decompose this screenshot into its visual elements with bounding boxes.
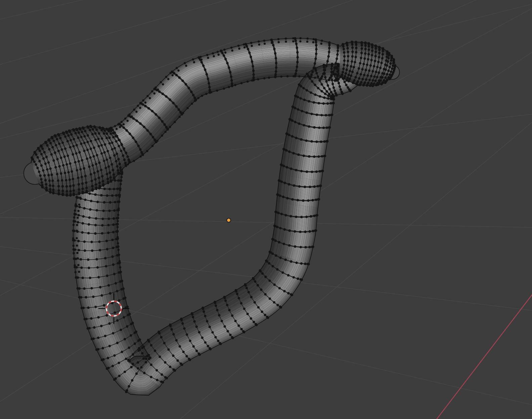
vertex-dot (317, 76, 319, 78)
vertex-dot (120, 183, 122, 185)
vertex-dot (69, 185, 72, 187)
vertex-dot (127, 120, 129, 122)
vertex-dot (116, 290, 118, 292)
vertex-dot (61, 190, 64, 192)
vertex-dot (277, 38, 279, 40)
vertex-dot (61, 185, 64, 187)
vertex-dot (139, 148, 141, 151)
vertex-dot (319, 185, 322, 187)
vertex-dot (197, 97, 199, 99)
vertex-dot (358, 77, 360, 80)
vertex-dot (133, 160, 135, 162)
vertex-dot (93, 147, 95, 149)
vertex-dot (120, 169, 122, 171)
vertex-dot (184, 62, 186, 64)
vertex-dot (368, 69, 370, 72)
vertex-dot (382, 53, 384, 55)
vertex-dot (176, 359, 179, 362)
vertex-dot (296, 51, 299, 53)
vertex-dot (78, 296, 81, 298)
vertex-dot (343, 55, 346, 57)
vertex-dot (328, 47, 330, 49)
vertex-dot (72, 145, 75, 147)
vertex-dot (89, 129, 91, 131)
vertex-dot (130, 366, 133, 368)
vertex-dot (96, 209, 98, 212)
vertex-dot (108, 142, 111, 144)
vertex-dot (275, 70, 277, 73)
vertex-dot (81, 231, 84, 234)
vertex-dot (117, 220, 119, 222)
vertex-dot (110, 179, 112, 182)
vertex-dot (295, 169, 297, 171)
vertex-dot (362, 63, 365, 65)
vertex-dot (165, 76, 167, 78)
vertex-dot (316, 214, 318, 216)
vertex-dot (125, 152, 127, 154)
vertex-dot (351, 41, 353, 43)
vertex-dot (132, 363, 134, 365)
vertex-dot (101, 137, 103, 140)
vertex-dot (257, 78, 259, 80)
vertex-dot (285, 38, 287, 40)
vertex-dot (286, 197, 289, 199)
vertex-dot (71, 170, 73, 173)
object-origin-dot[interactable] (227, 218, 231, 222)
vertex-dot (185, 355, 188, 357)
vertex-dot (145, 361, 147, 363)
vertex-dot (127, 155, 129, 158)
vertex-dot (200, 56, 202, 58)
vertex-dot (349, 78, 351, 80)
vertex-dot (107, 166, 110, 168)
vertex-dot (94, 232, 96, 235)
vertex-dot (320, 141, 322, 143)
vertex-dot (312, 230, 314, 232)
vertex-dot (165, 126, 168, 128)
vertex-dot (366, 74, 369, 77)
vertex-dot (313, 38, 315, 40)
vertex-dot (285, 149, 287, 151)
vertex-dot (179, 345, 181, 347)
vertex-dot (182, 351, 185, 353)
3d-viewport[interactable] (0, 0, 532, 419)
vertex-dot (68, 130, 71, 132)
vertex-dot (98, 240, 100, 243)
viewport-canvas[interactable] (0, 0, 532, 419)
vertex-dot (160, 81, 162, 83)
vertex-dot (344, 81, 346, 83)
vertex-dot (82, 222, 84, 225)
vertex-dot (346, 64, 349, 67)
vertex-dot (94, 193, 97, 196)
vertex-dot (298, 185, 301, 188)
vertex-dot (41, 181, 43, 184)
vertex-dot (66, 190, 68, 192)
vertex-dot (108, 128, 110, 130)
vertex-dot (156, 369, 158, 371)
vertex-dot (54, 166, 57, 169)
vertex-dot (338, 82, 340, 84)
vertex-dot (371, 43, 373, 46)
vertex-dot (170, 328, 173, 330)
vertex-dot (268, 262, 270, 265)
vertex-dot (103, 188, 106, 190)
vertex-dot (223, 54, 225, 57)
vertex-dot (269, 297, 271, 300)
vertex-dot (90, 173, 92, 175)
vertex-dot (79, 197, 81, 199)
vertex-dot (310, 91, 312, 94)
vertex-dot (313, 215, 315, 217)
vertex-dot (40, 153, 43, 155)
vertex-dot (90, 287, 93, 289)
vertex-dot (315, 171, 318, 173)
vertex-dot (74, 209, 76, 212)
vertex-dot (118, 299, 120, 302)
vertex-dot (118, 139, 120, 141)
vertex-dot (389, 62, 392, 65)
vertex-dot (96, 154, 98, 156)
vertex-dot (263, 77, 265, 79)
vertex-dot (361, 68, 363, 71)
vertex-dot (167, 348, 170, 351)
vertex-dot (102, 209, 105, 212)
vertex-dot (36, 167, 39, 169)
vertex-dot (140, 151, 143, 153)
